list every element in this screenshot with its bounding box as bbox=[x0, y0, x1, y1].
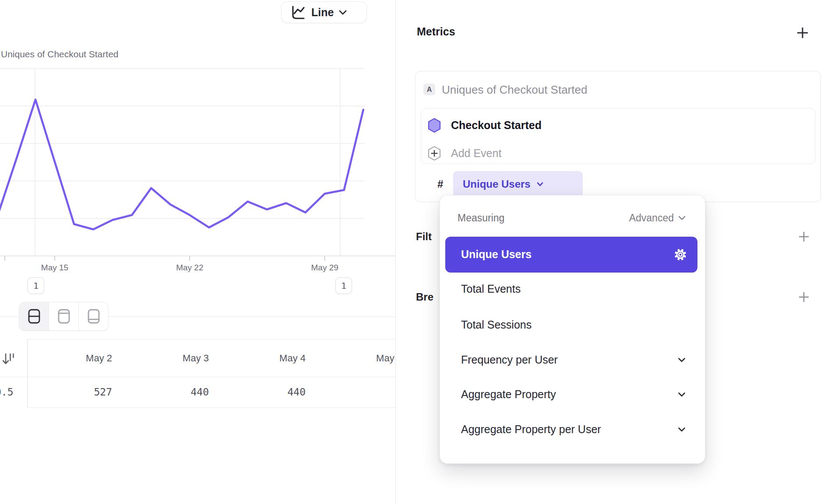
add-metric-button[interactable] bbox=[796, 26, 809, 39]
measurement-selector-pill[interactable]: Unique Users bbox=[453, 171, 583, 197]
measuring-option-frequency-per-user[interactable]: Frequency per User bbox=[461, 354, 558, 366]
x-tick-label: May 29 bbox=[304, 263, 346, 273]
chevron-down-icon bbox=[678, 427, 686, 432]
table-value-cell: 527 bbox=[28, 386, 112, 399]
line-chart-canvas bbox=[0, 0, 395, 289]
measuring-option-aggregate-property-per-user[interactable]: Aggregate Property per User bbox=[461, 423, 601, 436]
x-tick-label: May 15 bbox=[34, 263, 76, 273]
metrics-section-title: Metrics bbox=[417, 25, 455, 38]
data-table: 0.5 May 2527May 3440May 4440May 551 bbox=[0, 339, 395, 408]
plus-icon bbox=[798, 231, 810, 243]
bottom-bar-view-icon bbox=[87, 308, 100, 325]
gear-icon[interactable] bbox=[672, 246, 689, 263]
measuring-dropdown-menu: Measuring Advanced Unique UsersTotal Eve… bbox=[440, 195, 705, 464]
metric-name: Uniques of Checkout Started bbox=[442, 83, 587, 97]
add-event-button[interactable]: Add Event bbox=[421, 140, 815, 166]
metrics-panel: Metrics A Uniques of Checkout Started Ch… bbox=[396, 0, 831, 504]
measuring-option-label: Unique Users bbox=[461, 248, 532, 261]
measuring-option-total-events[interactable]: Total Events bbox=[461, 283, 521, 295]
split-view-icon bbox=[28, 308, 41, 325]
plus-icon bbox=[798, 291, 810, 303]
top-bar-view-icon bbox=[57, 308, 70, 325]
table-header-cell[interactable]: May 4 bbox=[221, 353, 306, 365]
expand-chevron bbox=[678, 427, 686, 432]
table-header-cell[interactable]: May 2 bbox=[28, 353, 112, 365]
table-value-cell: 440 bbox=[124, 386, 209, 399]
add-filter-button[interactable] bbox=[798, 231, 810, 243]
table-row-label: 0.5 bbox=[0, 386, 14, 398]
x-tick-label: May 22 bbox=[169, 263, 211, 273]
measuring-option-total-sessions[interactable]: Total Sessions bbox=[461, 318, 532, 331]
measuring-option-selected[interactable]: Unique Users bbox=[445, 237, 697, 273]
filters-section-label: Filt bbox=[416, 231, 432, 243]
chevron-down-icon bbox=[537, 182, 543, 186]
layout-split-view-button[interactable] bbox=[19, 302, 49, 330]
chevron-down-icon bbox=[678, 216, 686, 220]
table-border bbox=[28, 407, 395, 408]
table-header-cell[interactable]: May 5 bbox=[318, 353, 395, 365]
advanced-mode-selector[interactable]: Advanced bbox=[629, 212, 686, 224]
metric-letter-badge: A bbox=[423, 84, 435, 95]
table-value-cell: 440 bbox=[221, 386, 306, 399]
event-card: Checkout Started Add Event bbox=[421, 108, 816, 164]
expand-chevron bbox=[678, 392, 686, 397]
breakdowns-section-label: Bre bbox=[416, 291, 433, 303]
event-row-checkout-started[interactable]: Checkout Started bbox=[421, 112, 815, 138]
metric-card[interactable]: A Uniques of Checkout Started Checkout S… bbox=[415, 71, 821, 202]
plus-icon bbox=[796, 26, 809, 39]
add-breakdown-button[interactable] bbox=[798, 291, 810, 303]
event-name: Checkout Started bbox=[451, 119, 542, 132]
table-header-cell[interactable]: May 3 bbox=[124, 353, 209, 365]
table-border bbox=[28, 339, 395, 340]
add-event-label: Add Event bbox=[451, 147, 501, 160]
sort-descending-icon[interactable] bbox=[1, 352, 16, 367]
pagination-badge-right[interactable]: 1 bbox=[335, 277, 352, 294]
chevron-down-icon bbox=[678, 357, 686, 363]
chevron-down-icon bbox=[678, 392, 686, 397]
count-type-symbol[interactable]: # bbox=[437, 178, 443, 190]
layout-toggle-group bbox=[19, 302, 109, 331]
event-hexagon-icon bbox=[427, 118, 441, 133]
pagination-badge-left[interactable]: 1 bbox=[28, 277, 44, 294]
layout-table-view-button[interactable] bbox=[78, 302, 108, 330]
table-value-cell: 51 bbox=[318, 386, 395, 399]
layout-chart-view-button[interactable] bbox=[49, 302, 78, 330]
line-chart[interactable]: May 15May 22May 29 bbox=[0, 0, 395, 289]
measurement-label: Unique Users bbox=[463, 178, 531, 190]
chart-panel: Line Uniques of Checkout Started May 15M… bbox=[0, 0, 395, 504]
table-border bbox=[0, 377, 395, 377]
measuring-option-aggregate-property[interactable]: Aggregate Property bbox=[461, 388, 556, 401]
measuring-header-label: Measuring bbox=[458, 212, 504, 224]
add-event-hexagon-plus-icon bbox=[427, 146, 441, 161]
expand-chevron bbox=[678, 357, 686, 363]
series-line bbox=[0, 100, 363, 230]
advanced-label: Advanced bbox=[629, 212, 674, 224]
